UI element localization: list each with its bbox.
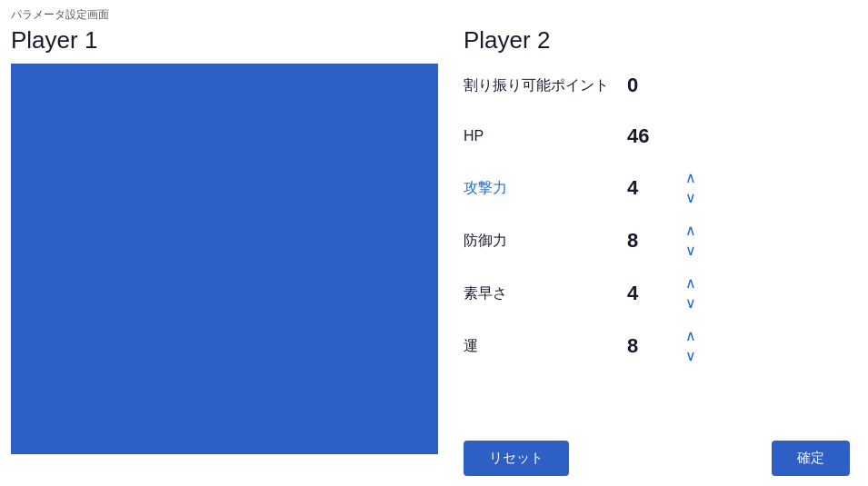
- hp-row: HP 46: [464, 118, 850, 154]
- luck-decrease-button[interactable]: [682, 347, 700, 365]
- defense-controls: [682, 222, 700, 260]
- attack-down-icon: [685, 191, 696, 205]
- luck-row: 運 8: [464, 327, 850, 365]
- speed-value: 4: [627, 282, 682, 305]
- speed-controls: [682, 274, 700, 312]
- allocation-row: 割り振り可能ポイント 0: [464, 67, 850, 104]
- speed-row: 素早さ 4: [464, 274, 850, 312]
- luck-controls: [682, 327, 700, 365]
- attack-up-icon: [685, 171, 696, 185]
- luck-down-icon: [685, 349, 696, 363]
- attack-controls: [682, 169, 700, 207]
- main-layout: Player 1 Player 2 割り振り可能ポイント 0 HP 46 攻撃力…: [0, 26, 868, 485]
- attack-label: 攻撃力: [464, 179, 627, 198]
- attack-decrease-button[interactable]: [682, 189, 700, 207]
- reset-button[interactable]: リセット: [464, 441, 569, 476]
- player2-section: Player 2 割り振り可能ポイント 0 HP 46 攻撃力 4: [445, 26, 868, 485]
- speed-down-icon: [685, 296, 696, 311]
- attack-increase-button[interactable]: [682, 169, 700, 187]
- luck-up-icon: [685, 329, 696, 343]
- defense-down-icon: [685, 243, 696, 258]
- allocation-value: 0: [627, 74, 682, 97]
- defense-up-icon: [685, 223, 696, 238]
- hp-value: 46: [627, 124, 682, 148]
- hp-label: HP: [464, 128, 627, 144]
- player1-section: Player 1: [0, 26, 445, 485]
- player2-title: Player 2: [464, 26, 850, 55]
- attack-row: 攻撃力 4: [464, 169, 850, 207]
- attack-value: 4: [627, 176, 682, 200]
- allocation-label: 割り振り可能ポイント: [464, 76, 627, 95]
- page-title: パラメータ設定画面: [0, 0, 868, 26]
- stats-container: 割り振り可能ポイント 0 HP 46 攻撃力 4: [464, 67, 850, 431]
- defense-decrease-button[interactable]: [682, 242, 700, 260]
- speed-up-icon: [685, 276, 696, 291]
- luck-increase-button[interactable]: [682, 327, 700, 345]
- player1-title: Player 1: [11, 26, 434, 55]
- defense-value: 8: [627, 229, 682, 253]
- confirm-button[interactable]: 確定: [772, 441, 850, 476]
- luck-value: 8: [627, 334, 682, 358]
- defense-increase-button[interactable]: [682, 222, 700, 240]
- defense-row: 防御力 8: [464, 222, 850, 260]
- speed-label: 素早さ: [464, 284, 627, 303]
- speed-decrease-button[interactable]: [682, 294, 700, 312]
- luck-label: 運: [464, 337, 627, 356]
- defense-label: 防御力: [464, 232, 627, 251]
- buttons-row: リセット 確定: [464, 431, 850, 485]
- player1-canvas: [11, 64, 438, 454]
- speed-increase-button[interactable]: [682, 274, 700, 293]
